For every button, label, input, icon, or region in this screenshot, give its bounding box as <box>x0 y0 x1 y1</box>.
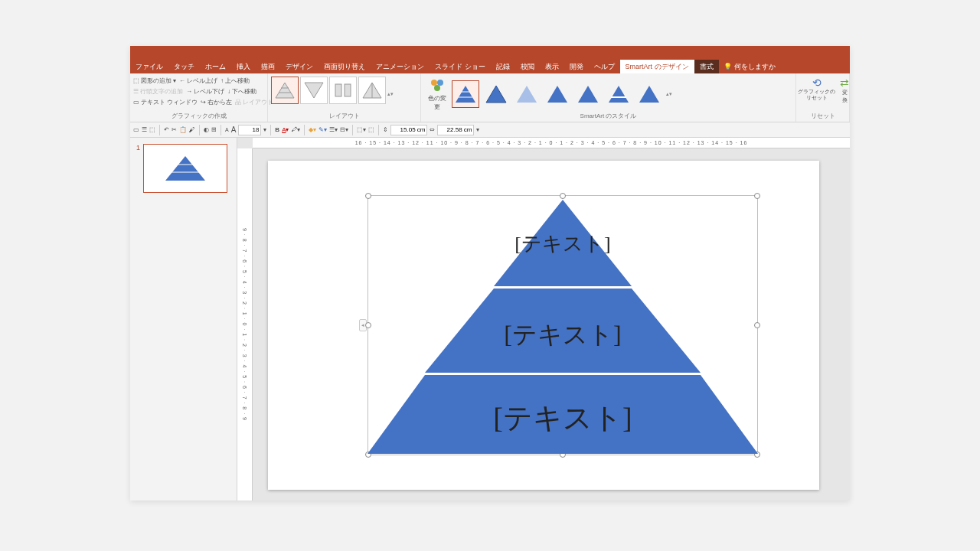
slide-canvas[interactable]: ◂ [テキスト] <box>268 161 819 490</box>
font-increase-icon[interactable]: A <box>231 126 237 134</box>
qat-icon[interactable]: ⬚▾ <box>357 126 366 133</box>
convert-button[interactable]: ⇄ 変換 <box>840 77 849 104</box>
group-reset: ⟲ グラフィックのリセット ⇄ 変換 リセット <box>796 73 850 122</box>
group-label-layout: レイアウト <box>268 111 420 122</box>
qat-icon[interactable]: ☰ <box>142 126 147 133</box>
svg-marker-18 <box>609 86 629 103</box>
lightbulb-icon: 💡 <box>724 63 732 70</box>
smartart-selection[interactable]: ◂ [テキスト] <box>368 195 758 455</box>
group-label-styles: SmartArt のスタイル <box>421 111 795 122</box>
qat-more-icon[interactable]: ▾ <box>476 126 479 133</box>
level-down-button[interactable]: → レベル下げ <box>186 87 224 96</box>
qat-icon[interactable]: ▾ <box>263 126 266 133</box>
add-bullet-button: ☰ 行頭文字の追加 <box>133 87 183 96</box>
tab-developer[interactable]: 開発 <box>564 60 589 73</box>
svg-marker-11 <box>456 86 475 103</box>
tab-home[interactable]: ホーム <box>200 60 231 73</box>
tell-me-label: 何をしますか <box>734 62 776 72</box>
tab-draw[interactable]: 描画 <box>256 60 280 73</box>
style-option-7[interactable] <box>635 80 663 108</box>
qat-icon[interactable]: 📋 <box>179 126 187 133</box>
font-size-input[interactable] <box>238 125 261 135</box>
qat-icon[interactable]: ⬚ <box>368 126 374 133</box>
svg-point-9 <box>437 80 443 86</box>
pyramid-level-2-text[interactable]: [テキスト] <box>368 318 758 352</box>
move-up-button[interactable]: ↑ 上へ移動 <box>220 77 250 85</box>
layout-option-3[interactable] <box>329 77 357 104</box>
tab-touch[interactable]: タッチ <box>168 60 200 73</box>
qat-icon[interactable]: ⬚ <box>149 126 155 133</box>
resize-handle[interactable] <box>365 193 371 199</box>
tab-design[interactable]: デザイン <box>280 60 318 73</box>
style-option-1[interactable] <box>452 80 479 108</box>
svg-marker-21 <box>165 156 205 181</box>
slide-thumbnail-1[interactable] <box>143 144 227 193</box>
qat-icon[interactable]: ◐ <box>204 126 209 133</box>
tab-file[interactable]: ファイル <box>130 60 168 73</box>
layout-option-2[interactable] <box>300 77 328 104</box>
width-input[interactable] <box>437 125 474 135</box>
svg-point-10 <box>434 85 440 91</box>
bold-icon[interactable]: B <box>275 126 279 133</box>
tab-insert[interactable]: 挿入 <box>231 60 256 73</box>
add-shape-button[interactable]: ⬚ 図形の追加 ▾ <box>133 77 176 85</box>
resize-handle[interactable] <box>560 193 566 199</box>
shape-outline-icon[interactable]: ✎▾ <box>318 126 327 133</box>
shape-fill-icon[interactable]: ◆▾ <box>309 126 316 133</box>
move-down-button[interactable]: ↓ 下へ移動 <box>227 87 256 96</box>
align-icon[interactable]: ☰▾ <box>329 126 338 133</box>
tab-review[interactable]: 校閲 <box>515 60 540 73</box>
tab-smartart-design[interactable]: SmartArt のデザイン <box>620 60 694 73</box>
style-option-2[interactable] <box>482 80 510 108</box>
group-layouts: ▴▾ レイアウト <box>268 73 421 122</box>
quick-toolbar: ▭ ☰ ⬚ ↶ ✂ 📋 🖌 ◐ ⊞ A A ▾ B A▾ 🖍▾ ◆▾ ✎▾ ☰▾… <box>130 122 850 138</box>
qat-icon[interactable]: 🖌 <box>189 126 195 133</box>
pyramid-level-3-text[interactable]: [テキスト] <box>368 399 758 438</box>
qat-icon[interactable]: ✂ <box>172 126 177 133</box>
svg-marker-16 <box>547 86 567 103</box>
qat-icon[interactable]: ⊟▾ <box>340 126 348 133</box>
change-colors-button[interactable]: 色の変更 <box>426 77 449 111</box>
style-option-5[interactable] <box>574 80 602 108</box>
style-option-4[interactable] <box>544 80 571 108</box>
style-option-3[interactable] <box>513 80 541 108</box>
rtl-button[interactable]: ↪ 右から左 <box>201 98 232 106</box>
style-option-6[interactable] <box>605 80 632 108</box>
tab-transitions[interactable]: 画面切り替え <box>318 60 371 73</box>
font-decrease-icon[interactable]: A <box>225 127 229 132</box>
layout-more-button[interactable]: ▴▾ <box>387 77 395 111</box>
layout-option-1[interactable] <box>271 77 299 104</box>
qat-icon[interactable]: ▭ <box>133 126 139 133</box>
qat-icon[interactable]: ⊞ <box>211 126 217 133</box>
highlight-icon[interactable]: 🖍▾ <box>291 126 300 133</box>
workspace: 1 16 · 15 · 14 · 13 · 12 · 11 · 10 · 9 ·… <box>130 138 850 500</box>
height-input[interactable] <box>390 125 427 135</box>
tab-record[interactable]: 記録 <box>491 60 515 73</box>
tab-format[interactable]: 書式 <box>694 60 719 73</box>
svg-marker-14 <box>486 86 506 103</box>
pyramid-level-1-text[interactable]: [テキスト] <box>368 230 758 257</box>
styles-more-button[interactable]: ▴▾ <box>666 91 674 97</box>
qat-icon[interactable]: ↶ <box>164 126 169 133</box>
tab-view[interactable]: 表示 <box>540 60 564 73</box>
group-create-graphic: ⬚ 図形の追加 ▾ ← レベル上げ ↑ 上へ移動 ☰ 行頭文字の追加 → レベル… <box>130 73 268 122</box>
font-color-icon[interactable]: A▾ <box>282 126 289 133</box>
pyramid-smartart[interactable]: [テキスト] [テキスト] [テキスト] <box>368 200 758 459</box>
reset-graphic-button[interactable]: ⟲ グラフィックのリセット <box>796 77 837 104</box>
resize-handle[interactable] <box>754 193 760 199</box>
level-up-button[interactable]: ← レベル上げ <box>179 77 217 85</box>
text-pane-button[interactable]: ▭ テキスト ウィンドウ <box>133 98 198 106</box>
titlebar <box>130 46 850 60</box>
svg-marker-15 <box>517 86 537 103</box>
vertical-ruler: 9 · 8 · 7 · 6 · 5 · 4 · 3 · 2 · 1 · 0 · … <box>237 148 253 500</box>
ribbon: ⬚ 図形の追加 ▾ ← レベル上げ ↑ 上へ移動 ☰ 行頭文字の追加 → レベル… <box>130 73 850 122</box>
tell-me[interactable]: 💡 何をしますか <box>719 60 780 73</box>
horizontal-ruler: 16 · 15 · 14 · 13 · 12 · 11 · 10 · 9 · 8… <box>253 138 850 148</box>
tab-animations[interactable]: アニメーション <box>371 60 430 73</box>
group-label-reset: リセット <box>811 111 835 122</box>
width-icon: ⇔ <box>430 126 435 133</box>
svg-marker-3 <box>305 83 323 98</box>
layout-option-4[interactable] <box>358 77 386 104</box>
tab-help[interactable]: ヘルプ <box>589 60 620 73</box>
tab-slideshow[interactable]: スライド ショー <box>430 60 491 73</box>
